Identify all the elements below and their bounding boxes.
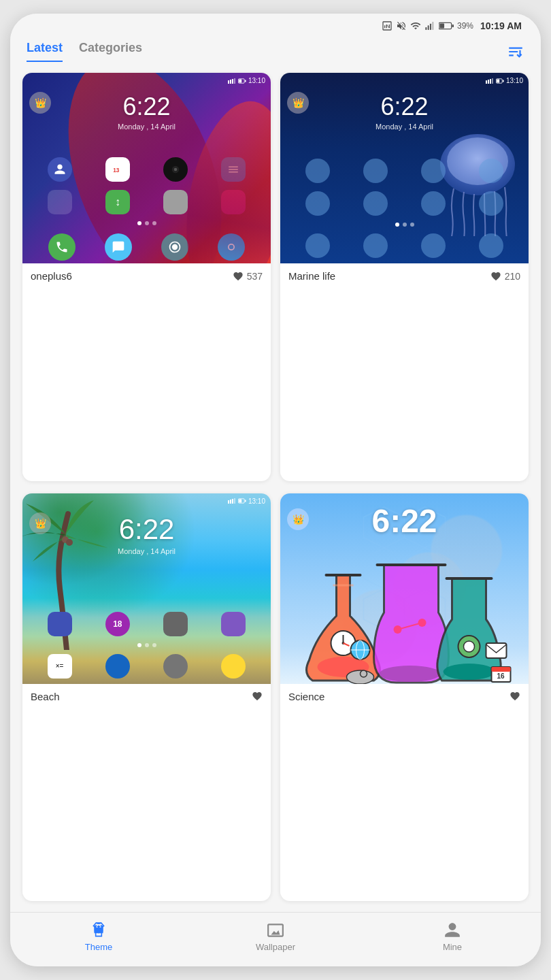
svg-rect-33 [232,499,233,504]
sort-button[interactable] [507,43,524,61]
svg-rect-31 [228,500,229,504]
svg-rect-32 [230,500,231,504]
theme-name-1: oneplus6 [31,270,72,282]
theme-preview-marine: 13:10 👑 6:22 Monday , 14 April [280,73,529,263]
heart-icon-4 [510,691,520,702]
svg-point-18 [228,244,235,250]
tab-categories[interactable]: Categories [79,41,142,62]
theme-likes-count-1: 537 [247,271,263,282]
svg-rect-36 [245,500,246,502]
svg-rect-13 [239,79,241,82]
screen-clock-4: 6:22 [280,502,529,540]
image-icon [267,921,284,939]
svg-rect-5 [452,24,454,27]
svg-rect-27 [503,80,504,82]
shirt-icon [90,921,107,939]
theme-name-3: Beach [31,691,60,702]
svg-rect-58 [486,643,507,658]
screen-clock-1: 6:22 [22,93,271,121]
svg-rect-8 [230,80,231,84]
svg-rect-34 [234,498,235,504]
status-bar: 39% 10:19 AM [10,14,541,35]
tab-latest[interactable]: Latest [27,41,63,62]
theme-likes-1: 537 [233,271,263,282]
battery-text: 39% [457,21,473,31]
nav-tabs: Latest Categories [27,41,142,62]
svg-rect-25 [492,78,493,84]
person-icon [444,921,461,939]
theme-card-science[interactable]: 👑 6:22 [280,493,529,902]
heart-icon-2 [490,271,501,282]
svg-point-53 [444,664,495,680]
bottom-nav-wallpaper[interactable]: Wallpaper [187,913,364,961]
theme-name-2: Marine life [288,270,335,282]
svg-text:16: 16 [497,672,505,680]
theme-preview-beach: 13:10 👑 6:22 Monday , 14 April 18 [22,493,271,684]
bottom-nav-mine[interactable]: Mine [364,913,541,961]
theme-likes-count-2: 210 [505,271,520,282]
screen-status-4 [280,493,529,499]
bottom-nav-mine-label: Mine [443,942,462,952]
svg-rect-24 [490,79,491,84]
mute-icon [396,20,407,31]
app-icons-row-1b: ↕ [22,187,271,217]
app-icons-row-2a [280,156,529,186]
app-icons-row-2b [280,189,529,218]
screen-overlay-1: 13:10 👑 6:22 Monday , 14 April 13 [22,73,271,263]
dots-2 [280,223,529,227]
svg-point-19 [229,245,234,250]
app-icons-row-1a: 13 [22,154,271,184]
flask-svg: 16 [280,561,529,684]
crown-badge-3: 👑 [29,512,51,534]
screen-overlay-4: 👑 6:22 [280,493,529,684]
theme-info-1: oneplus6 537 [22,263,271,289]
svg-rect-22 [486,80,487,84]
signal-icon [424,20,435,31]
theme-preview-science: 👑 6:22 [280,493,529,684]
sort-icon [507,43,524,61]
svg-rect-12 [245,80,246,82]
crown-badge-1: 👑 [29,92,51,114]
svg-point-57 [361,670,367,677]
screen-date-2: Monday , 14 April [280,122,529,131]
theme-card-beach[interactable]: 13:10 👑 6:22 Monday , 14 April 18 [22,493,271,902]
bottom-nav: Theme Wallpaper Mine [10,912,541,966]
screen-date-1: Monday , 14 April [22,122,271,131]
svg-rect-0 [425,27,427,30]
theme-info-3: Beach [22,684,271,709]
dots-1 [22,221,271,225]
app-icons-row-3b: ×= [22,651,271,684]
svg-rect-60 [492,667,511,672]
bottom-nav-wallpaper-label: Wallpaper [256,942,295,952]
theme-card-oneplus6[interactable]: 13:10 👑 6:22 Monday , 14 April 13 [22,73,271,481]
svg-rect-10 [234,78,235,84]
theme-info-2: Marine life 210 [280,263,529,289]
svg-point-17 [172,244,178,250]
phone-frame: 39% 10:19 AM Latest Categories 13:10 [10,14,541,966]
svg-point-16 [174,168,178,172]
svg-rect-28 [497,79,499,82]
svg-rect-23 [488,80,489,84]
dock-1 [22,229,271,263]
svg-rect-6 [439,24,444,29]
screen-status-3: 13:10 [22,493,271,506]
battery-icon [439,22,454,30]
top-nav: Latest Categories [10,35,541,62]
wifi-icon [410,20,421,31]
status-icons: 39% [382,20,473,31]
screen-clock-3: 6:22 [22,513,271,546]
bottom-nav-theme[interactable]: Theme [10,913,187,961]
theme-card-marine[interactable]: 13:10 👑 6:22 Monday , 14 April [280,73,529,481]
screen-status-1: 13:10 [22,73,271,86]
svg-text:13: 13 [113,167,120,174]
svg-rect-37 [239,500,241,503]
clock-time: 10:19 AM [480,20,522,31]
svg-rect-7 [228,80,229,84]
theme-info-4: Science [280,684,529,709]
theme-likes-2: 210 [490,271,520,282]
svg-point-49 [380,666,441,682]
screen-overlay-3: 13:10 👑 6:22 Monday , 14 April 18 [22,493,271,684]
heart-icon-3 [252,691,263,702]
app-icons-row-2c [280,231,529,263]
svg-rect-1 [428,25,429,30]
